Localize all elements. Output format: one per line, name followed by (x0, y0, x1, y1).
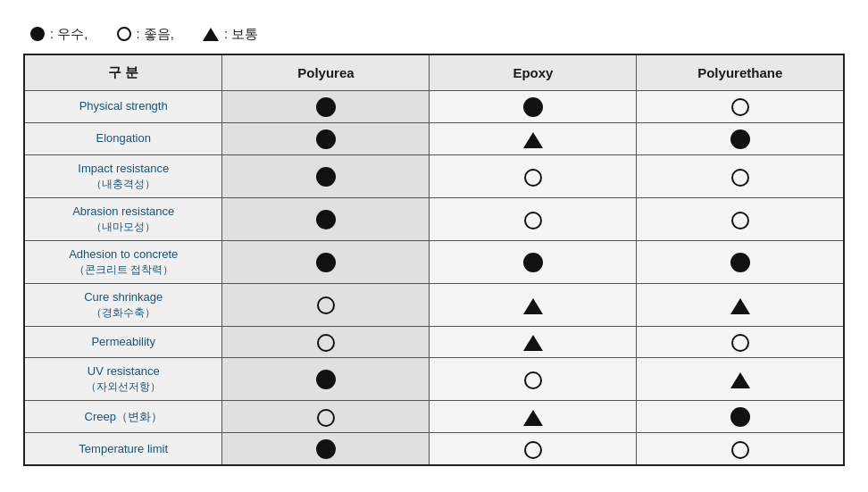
category-cell: UV resistance（자외선저항） (24, 358, 222, 401)
open-circle-icon (317, 409, 335, 427)
triangle-icon (523, 298, 543, 314)
polyurea-cell (222, 401, 430, 433)
epoxy-cell (430, 433, 637, 466)
polyurea-cell (222, 122, 430, 154)
triangle-icon (730, 298, 750, 314)
open-circle-icon (524, 371, 542, 389)
open-circle-icon (731, 441, 749, 459)
table-row: Permeability (24, 326, 844, 357)
filled-circle-icon (730, 253, 750, 272)
epoxy-cell (430, 326, 637, 357)
polyurethane-cell (637, 326, 844, 357)
epoxy-cell (430, 358, 637, 401)
polyurethane-cell (637, 358, 844, 401)
legend-average-label: : 보통 (224, 26, 258, 43)
filled-circle-icon (730, 129, 750, 149)
open-circle-icon (731, 212, 749, 229)
epoxy-cell (430, 154, 637, 197)
row-label: Impact resistance（내충격성） (32, 162, 214, 192)
triangle-icon (523, 132, 543, 148)
legend-excellent-label: : 우수, (50, 26, 88, 43)
table-row: Cure shrinkage（경화수축） (24, 283, 844, 326)
polyurethane-cell (637, 240, 844, 283)
legend-item-good: : 좋음, (117, 26, 175, 43)
epoxy-cell (430, 122, 637, 154)
table-row: Impact resistance（내충격성） (24, 154, 844, 197)
filled-circle-icon (316, 439, 336, 459)
filled-circle-icon (30, 27, 45, 41)
polyurethane-cell (637, 401, 844, 433)
polyurea-cell (222, 283, 430, 326)
polyurethane-cell (637, 283, 844, 326)
header-polyurethane: Polyurethane (637, 54, 844, 91)
filled-circle-icon (316, 129, 336, 149)
row-label: Abrasion resistance（내마모성） (32, 204, 214, 235)
open-circle-icon (731, 169, 749, 187)
category-cell: Creep（변화） (24, 401, 222, 433)
header-epoxy: Epoxy (430, 54, 637, 91)
row-label: Cure shrinkage（경화수축） (32, 290, 214, 321)
category-cell: Impact resistance（내충격성） (24, 154, 222, 197)
category-cell: Cure shrinkage（경화수축） (24, 283, 222, 326)
polyurea-cell (222, 358, 430, 401)
polyurea-cell (222, 90, 430, 122)
filled-circle-icon (523, 253, 543, 272)
open-circle-icon (524, 441, 542, 459)
row-label: Permeability (91, 335, 155, 348)
row-label: UV resistance（자외선저항） (32, 364, 214, 395)
open-circle-icon (524, 169, 542, 187)
comparison-table: 구 분 Polyurea Epoxy Polyurethane Physical… (23, 54, 845, 467)
legend-good-label: : 좋음, (137, 26, 175, 43)
category-cell: Elongation (24, 122, 222, 154)
filled-circle-icon (316, 370, 336, 389)
polyurea-cell (222, 326, 430, 357)
polyurethane-cell (637, 197, 844, 240)
table-row: Elongation (24, 122, 844, 154)
header-polyurea: Polyurea (222, 54, 430, 91)
row-label: Elongation (96, 131, 150, 145)
row-label: Temperature limit (79, 442, 168, 455)
row-sublabel: （자외선저항） (32, 379, 214, 395)
row-label: Creep（변화） (85, 410, 163, 423)
epoxy-cell (430, 401, 637, 433)
open-circle-icon (524, 212, 542, 229)
filled-circle-icon (316, 167, 336, 187)
polyurethane-cell (637, 122, 844, 154)
triangle-icon (730, 372, 750, 388)
legend-item-excellent: : 우수, (30, 26, 88, 43)
filled-circle-icon (316, 253, 336, 272)
table-row: Physical strength (24, 90, 844, 122)
open-circle-icon (731, 334, 749, 352)
polyurethane-cell (637, 433, 844, 466)
row-label: Physical strength (79, 99, 168, 113)
table-header-row: 구 분 Polyurea Epoxy Polyurethane (24, 54, 844, 91)
open-circle-icon (117, 27, 131, 41)
table-row: Creep（변화） (24, 401, 844, 433)
epoxy-cell (430, 283, 637, 326)
table-row: Temperature limit (24, 433, 844, 466)
filled-circle-icon (316, 97, 336, 117)
legend: : 우수, : 좋음, : 보통 (23, 26, 845, 43)
open-circle-icon (317, 334, 335, 352)
triangle-icon (523, 410, 543, 426)
legend-item-average: : 보통 (203, 26, 258, 43)
category-cell: Adhesion to concrete（콘크리트 접착력） (24, 240, 222, 283)
category-cell: Abrasion resistance（내마모성） (24, 197, 222, 240)
filled-circle-icon (523, 97, 543, 117)
row-sublabel: （내충격성） (32, 177, 214, 192)
epoxy-cell (430, 90, 637, 122)
filled-circle-icon (316, 210, 336, 229)
polyurea-cell (222, 240, 430, 283)
main-container: : 우수, : 좋음, : 보통 구 분 Polyurea Epoxy Poly… (23, 26, 845, 467)
table-row: Abrasion resistance（내마모성） (24, 197, 844, 240)
polyurea-cell (222, 433, 430, 466)
row-sublabel: （경화수축） (32, 305, 214, 321)
polyurethane-cell (637, 154, 844, 197)
polyurea-cell (222, 197, 430, 240)
category-cell: Physical strength (24, 90, 222, 122)
filled-circle-icon (730, 407, 750, 427)
polyurea-cell (222, 154, 430, 197)
table-row: Adhesion to concrete（콘크리트 접착력） (24, 240, 844, 283)
triangle-icon (203, 28, 219, 41)
table-row: UV resistance（자외선저항） (24, 358, 844, 401)
